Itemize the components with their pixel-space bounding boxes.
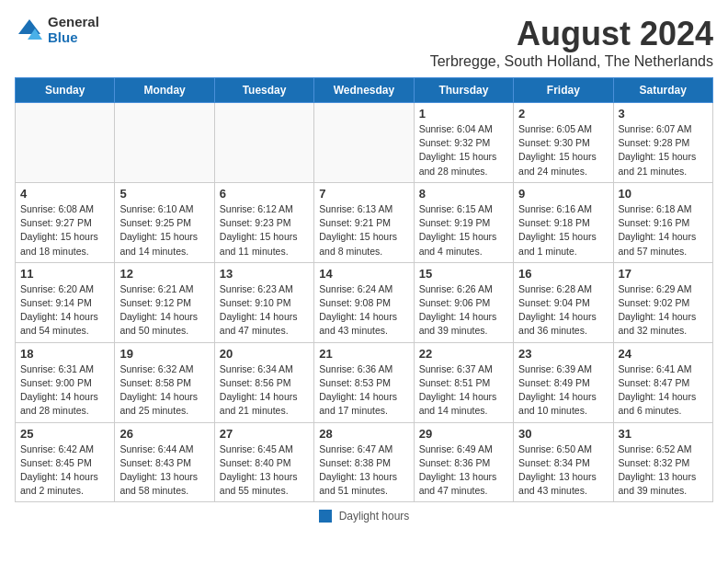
day-number: 23 — [518, 347, 608, 361]
calendar-cell: 13Sunrise: 6:23 AMSunset: 9:10 PMDayligh… — [214, 262, 313, 342]
calendar-cell: 23Sunrise: 6:39 AMSunset: 8:49 PMDayligh… — [514, 342, 613, 422]
logo-blue-text: Blue — [48, 30, 99, 46]
day-number: 2 — [518, 107, 608, 121]
logo: General Blue — [15, 15, 99, 45]
day-number: 14 — [319, 267, 408, 281]
day-number: 26 — [119, 427, 209, 441]
day-number: 12 — [119, 267, 209, 281]
calendar-week-row: 18Sunrise: 6:31 AMSunset: 9:00 PMDayligh… — [16, 342, 713, 422]
day-info: Sunrise: 6:24 AMSunset: 9:08 PMDaylight:… — [319, 282, 408, 339]
day-number: 8 — [419, 187, 508, 201]
calendar-cell: 4Sunrise: 6:08 AMSunset: 9:27 PMDaylight… — [16, 182, 115, 262]
calendar-cell: 29Sunrise: 6:49 AMSunset: 8:36 PMDayligh… — [414, 422, 513, 502]
day-number: 11 — [20, 267, 109, 281]
calendar-cell: 8Sunrise: 6:15 AMSunset: 9:19 PMDaylight… — [414, 182, 513, 262]
day-number: 13 — [220, 267, 309, 281]
calendar-cell: 16Sunrise: 6:28 AMSunset: 9:04 PMDayligh… — [514, 262, 613, 342]
calendar-cell: 6Sunrise: 6:12 AMSunset: 9:23 PMDaylight… — [214, 182, 313, 262]
footer: Daylight hours — [15, 510, 713, 523]
day-info: Sunrise: 6:49 AMSunset: 8:36 PMDaylight:… — [419, 442, 508, 499]
day-info: Sunrise: 6:32 AMSunset: 8:58 PMDaylight:… — [119, 362, 209, 419]
weekday-header: Saturday — [613, 78, 712, 103]
calendar-cell — [314, 103, 414, 183]
calendar-cell: 5Sunrise: 6:10 AMSunset: 9:25 PMDaylight… — [115, 182, 214, 262]
day-number: 17 — [619, 267, 708, 281]
logo-text: General Blue — [48, 15, 99, 45]
weekday-header: Wednesday — [314, 78, 414, 103]
calendar-cell — [16, 103, 115, 183]
logo-icon — [15, 16, 44, 45]
day-info: Sunrise: 6:36 AMSunset: 8:53 PMDaylight:… — [319, 362, 408, 419]
weekday-header: Thursday — [414, 78, 513, 103]
day-info: Sunrise: 6:41 AMSunset: 8:47 PMDaylight:… — [619, 362, 708, 419]
legend-label: Daylight hours — [339, 510, 410, 523]
day-number: 25 — [20, 427, 109, 441]
calendar-cell: 20Sunrise: 6:34 AMSunset: 8:56 PMDayligh… — [214, 342, 313, 422]
calendar-cell: 7Sunrise: 6:13 AMSunset: 9:21 PMDaylight… — [314, 182, 414, 262]
day-number: 16 — [518, 267, 608, 281]
day-number: 19 — [119, 347, 209, 361]
day-info: Sunrise: 6:44 AMSunset: 8:43 PMDaylight:… — [119, 442, 209, 499]
calendar-cell: 27Sunrise: 6:45 AMSunset: 8:40 PMDayligh… — [214, 422, 313, 502]
day-number: 30 — [518, 427, 608, 441]
day-info: Sunrise: 6:16 AMSunset: 9:18 PMDaylight:… — [518, 202, 608, 259]
calendar-cell: 2Sunrise: 6:05 AMSunset: 9:30 PMDaylight… — [514, 103, 613, 183]
day-number: 27 — [220, 427, 309, 441]
day-number: 7 — [319, 187, 408, 201]
day-info: Sunrise: 6:47 AMSunset: 8:38 PMDaylight:… — [319, 442, 408, 499]
day-info: Sunrise: 6:15 AMSunset: 9:19 PMDaylight:… — [419, 202, 508, 259]
day-info: Sunrise: 6:04 AMSunset: 9:32 PMDaylight:… — [419, 122, 508, 178]
calendar-cell — [115, 103, 214, 183]
calendar-cell: 17Sunrise: 6:29 AMSunset: 9:02 PMDayligh… — [613, 262, 712, 342]
day-number: 6 — [220, 187, 309, 201]
day-number: 9 — [518, 187, 608, 201]
day-number: 4 — [20, 187, 109, 201]
day-number: 24 — [619, 347, 708, 361]
logo-general-text: General — [48, 15, 99, 30]
weekday-header: Monday — [115, 78, 214, 103]
day-info: Sunrise: 6:37 AMSunset: 8:51 PMDaylight:… — [419, 362, 508, 419]
day-number: 28 — [319, 427, 408, 441]
day-info: Sunrise: 6:28 AMSunset: 9:04 PMDaylight:… — [518, 282, 608, 339]
calendar-cell: 19Sunrise: 6:32 AMSunset: 8:58 PMDayligh… — [115, 342, 214, 422]
day-info: Sunrise: 6:52 AMSunset: 8:32 PMDaylight:… — [619, 442, 708, 499]
day-info: Sunrise: 6:21 AMSunset: 9:12 PMDaylight:… — [119, 282, 209, 339]
day-info: Sunrise: 6:45 AMSunset: 8:40 PMDaylight:… — [220, 442, 309, 499]
day-info: Sunrise: 6:12 AMSunset: 9:23 PMDaylight:… — [220, 202, 309, 259]
day-info: Sunrise: 6:18 AMSunset: 9:16 PMDaylight:… — [619, 202, 708, 259]
day-info: Sunrise: 6:08 AMSunset: 9:27 PMDaylight:… — [20, 202, 109, 259]
calendar-cell: 31Sunrise: 6:52 AMSunset: 8:32 PMDayligh… — [613, 422, 712, 502]
calendar-cell: 28Sunrise: 6:47 AMSunset: 8:38 PMDayligh… — [314, 422, 414, 502]
calendar-cell: 18Sunrise: 6:31 AMSunset: 9:00 PMDayligh… — [16, 342, 115, 422]
day-info: Sunrise: 6:07 AMSunset: 9:28 PMDaylight:… — [619, 122, 708, 178]
calendar-week-row: 4Sunrise: 6:08 AMSunset: 9:27 PMDaylight… — [16, 182, 713, 262]
day-info: Sunrise: 6:23 AMSunset: 9:10 PMDaylight:… — [220, 282, 309, 339]
day-number: 10 — [619, 187, 708, 201]
calendar-cell: 9Sunrise: 6:16 AMSunset: 9:18 PMDaylight… — [514, 182, 613, 262]
day-info: Sunrise: 6:05 AMSunset: 9:30 PMDaylight:… — [518, 122, 608, 178]
calendar-cell: 1Sunrise: 6:04 AMSunset: 9:32 PMDaylight… — [414, 103, 513, 183]
day-info: Sunrise: 6:13 AMSunset: 9:21 PMDaylight:… — [319, 202, 408, 259]
title-area: August 2024 Terbregge, South Holland, Th… — [430, 15, 713, 70]
day-number: 20 — [220, 347, 309, 361]
day-number: 21 — [319, 347, 408, 361]
calendar-week-row: 25Sunrise: 6:42 AMSunset: 8:45 PMDayligh… — [16, 422, 713, 502]
day-info: Sunrise: 6:42 AMSunset: 8:45 PMDaylight:… — [20, 442, 109, 499]
day-info: Sunrise: 6:29 AMSunset: 9:02 PMDaylight:… — [619, 282, 708, 339]
calendar-week-row: 1Sunrise: 6:04 AMSunset: 9:32 PMDaylight… — [16, 103, 713, 183]
subtitle: Terbregge, South Holland, The Netherland… — [430, 53, 713, 70]
calendar-cell: 22Sunrise: 6:37 AMSunset: 8:51 PMDayligh… — [414, 342, 513, 422]
day-number: 18 — [20, 347, 109, 361]
day-number: 22 — [419, 347, 508, 361]
legend-color-box — [319, 510, 332, 523]
calendar-cell: 25Sunrise: 6:42 AMSunset: 8:45 PMDayligh… — [16, 422, 115, 502]
day-number: 3 — [619, 107, 708, 121]
calendar-cell: 30Sunrise: 6:50 AMSunset: 8:34 PMDayligh… — [514, 422, 613, 502]
day-info: Sunrise: 6:50 AMSunset: 8:34 PMDaylight:… — [518, 442, 608, 499]
day-number: 29 — [419, 427, 508, 441]
day-number: 1 — [419, 107, 508, 121]
calendar-cell — [214, 103, 313, 183]
calendar-cell: 10Sunrise: 6:18 AMSunset: 9:16 PMDayligh… — [613, 182, 712, 262]
day-number: 15 — [419, 267, 508, 281]
header: General Blue August 2024 Terbregge, Sout… — [15, 15, 713, 70]
